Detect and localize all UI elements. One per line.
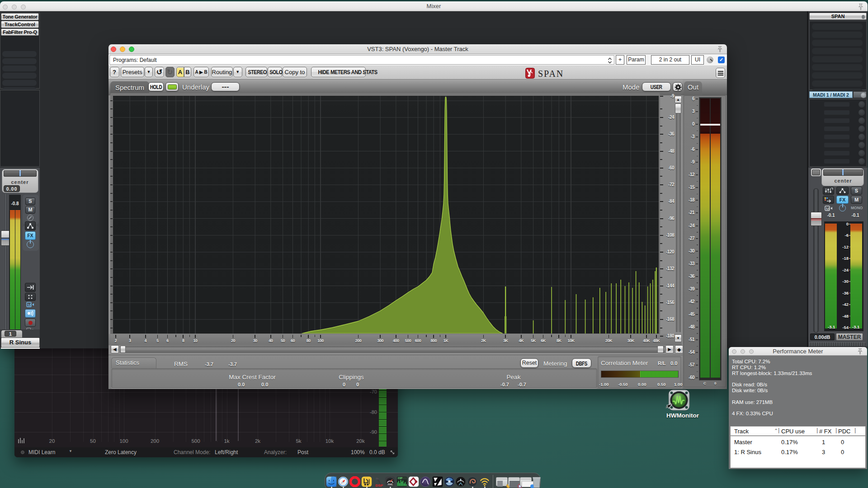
svg-text:M: M bbox=[28, 303, 31, 307]
svg-text:RME: RME bbox=[387, 483, 393, 486]
svg-text:M: M bbox=[826, 206, 830, 211]
svg-text:DSP: DSP bbox=[376, 483, 383, 487]
svg-text:CSP: CSP bbox=[398, 477, 403, 479]
